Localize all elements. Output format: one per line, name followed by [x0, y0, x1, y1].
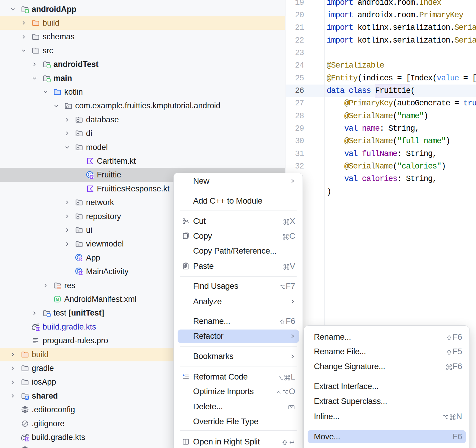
svg-text:M: M [56, 297, 59, 302]
